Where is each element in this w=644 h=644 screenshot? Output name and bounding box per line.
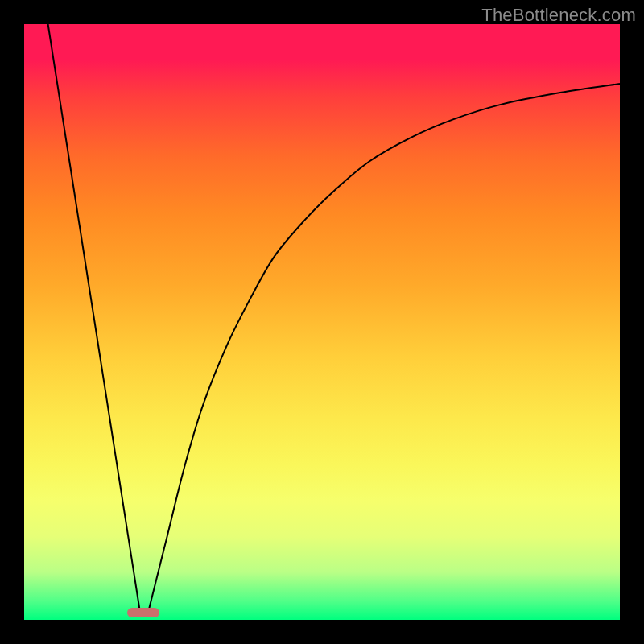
curve-right-branch	[149, 84, 620, 608]
plot-area	[24, 24, 620, 620]
curve-svg	[24, 24, 620, 620]
minimum-marker	[127, 608, 159, 617]
curve-left-branch	[48, 24, 141, 614]
watermark-text: TheBottleneck.com	[481, 5, 636, 26]
chart-container: TheBottleneck.com	[0, 0, 644, 644]
